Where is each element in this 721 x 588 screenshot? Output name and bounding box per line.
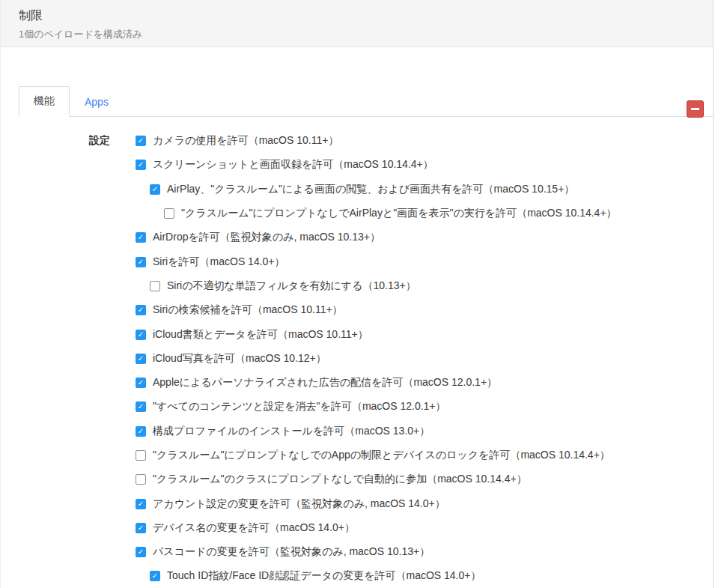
restriction-label: Siriを許可（macOS 14.0+） (153, 255, 285, 269)
restriction-row[interactable]: ✓構成プロファイルのインストールを許可（macOS 13.0+） (1, 419, 713, 443)
restriction-row[interactable]: "クラスルーム"のクラスにプロンプトなしで自動的に参加（macOS 10.14.… (1, 467, 713, 491)
restriction-label: "クラスルーム"のクラスにプロンプトなしで自動的に参加（macOS 10.14.… (153, 473, 527, 486)
restriction-label: アカウント設定の変更を許可（監視対象のみ, macOS 14.0+） (153, 497, 445, 511)
checkbox-checked[interactable]: ✓ (136, 547, 146, 557)
restriction-label: Siriの不適切な単語フィルタを有効にする（10.13+） (167, 279, 416, 293)
checkbox-checked[interactable]: ✓ (150, 184, 160, 195)
checkbox-checked[interactable]: ✓ (136, 354, 146, 364)
restriction-label: AirDropを許可（監視対象のみ, macOS 10.13+） (153, 231, 380, 244)
restriction-label: パスコードの変更を許可（監視対象のみ, macOS 10.13+） (153, 545, 430, 559)
checkbox-checked[interactable]: ✓ (136, 426, 146, 437)
checkbox-unchecked[interactable] (136, 450, 146, 461)
payload-header: 制限 1個のペイロードを構成済み (1, 0, 713, 47)
restriction-row[interactable]: ✓Touch ID指紋/Face ID顔認証データの変更を許可（macOS 14… (1, 564, 713, 588)
restriction-row[interactable]: ✓AirPlay、"クラスルーム"による画面の閲覧、および画面共有を許可（mac… (1, 178, 713, 201)
restriction-row[interactable]: ✓iCloud写真を許可（macOS 10.12+） (1, 347, 713, 371)
restriction-row[interactable]: Siriの不適切な単語フィルタを有効にする（10.13+） (1, 274, 713, 298)
payload-subtitle: 1個のペイロードを構成済み (19, 28, 695, 41)
checkbox-checked[interactable]: ✓ (136, 378, 146, 388)
restriction-row[interactable]: "クラスルーム"にプロンプトなしでのAppの制限とデバイスのロックを許可（mac… (1, 443, 713, 467)
restriction-row[interactable]: ✓デバイス名の変更を許可（macOS 14.0+） (1, 516, 713, 540)
restriction-label: 構成プロファイルのインストールを許可（macOS 13.0+） (153, 425, 430, 438)
restriction-row[interactable]: ✓Siriを許可（macOS 14.0+） (1, 249, 713, 273)
tab-bar: 機能Apps (19, 88, 713, 117)
settings-label: 設定 (89, 134, 110, 148)
tab-apps[interactable]: Apps (70, 88, 124, 117)
checkbox-checked[interactable]: ✓ (136, 523, 146, 533)
checkbox-checked[interactable]: ✓ (150, 571, 160, 581)
restriction-label: スクリーンショットと画面収録を許可（macOS 10.14.4+） (153, 158, 433, 172)
checkbox-checked[interactable]: ✓ (136, 330, 146, 340)
restriction-row[interactable]: ✓スクリーンショットと画面収録を許可（macOS 10.14.4+） (1, 153, 713, 177)
checkbox-checked[interactable]: ✓ (136, 160, 146, 170)
restriction-label: デバイス名の変更を許可（macOS 14.0+） (153, 521, 355, 535)
tab-features[interactable]: 機能 (19, 86, 70, 117)
payload-body: 機能Apps 設定 ✓カメラの使用を許可（macOS 10.11+）✓スクリーン… (1, 88, 713, 588)
checkbox-checked[interactable]: ✓ (136, 136, 146, 146)
restriction-label: "すべてのコンテンツと設定を消去"を許可（macOS 12.0.1+） (153, 400, 446, 413)
restriction-row[interactable]: ✓iCloud書類とデータを許可（macOS 10.11+） (1, 322, 713, 346)
restriction-label: Siriの検索候補を許可（macOS 10.11+） (153, 303, 343, 317)
checkbox-checked[interactable]: ✓ (136, 257, 146, 267)
checkbox-checked[interactable]: ✓ (136, 305, 146, 315)
restriction-label: iCloud書類とデータを許可（macOS 10.11+） (153, 328, 368, 342)
checkbox-checked[interactable]: ✓ (136, 499, 146, 509)
restriction-label: iCloud写真を許可（macOS 10.12+） (153, 352, 326, 366)
restriction-row[interactable]: ✓"すべてのコンテンツと設定を消去"を許可（macOS 12.0.1+） (1, 395, 713, 419)
payload-title: 制限 (19, 8, 695, 24)
restriction-row[interactable]: ✓アカウント設定の変更を許可（監視対象のみ, macOS 14.0+） (1, 491, 713, 515)
restriction-label: AirPlay、"クラスルーム"による画面の閲覧、および画面共有を許可（macO… (167, 183, 574, 196)
settings-section: 設定 ✓カメラの使用を許可（macOS 10.11+）✓スクリーンショットと画面… (1, 117, 713, 588)
restriction-label: "クラスルーム"にプロンプトなしでAirPlayと"画面を表示"の実行を許可（m… (181, 207, 617, 220)
restriction-row[interactable]: ✓AirDropを許可（監視対象のみ, macOS 10.13+） (1, 225, 713, 249)
checkbox-checked[interactable]: ✓ (136, 232, 146, 243)
restriction-row[interactable]: ✓Siriの検索候補を許可（macOS 10.11+） (1, 298, 713, 322)
restriction-label: "クラスルーム"にプロンプトなしでのAppの制限とデバイスのロックを許可（mac… (153, 449, 610, 462)
restriction-row[interactable]: "クラスルーム"にプロンプトなしでAirPlayと"画面を表示"の実行を許可（m… (1, 201, 713, 225)
minus-icon (691, 108, 699, 110)
restrictions-panel: 制限 1個のペイロードを構成済み 機能Apps 設定 ✓カメラの使用を許可（ma… (0, 0, 714, 588)
restriction-label: Touch ID指紋/Face ID顔認証データの変更を許可（macOS 14.… (167, 569, 481, 583)
restriction-row[interactable]: ✓Appleによるパーソナライズされた広告の配信を許可（macOS 12.0.1… (1, 371, 713, 395)
checkbox-checked[interactable]: ✓ (136, 401, 146, 412)
restrictions-list: ✓カメラの使用を許可（macOS 10.11+）✓スクリーンショットと画面収録を… (1, 117, 713, 588)
restriction-row[interactable]: ✓パスコードの変更を許可（監視対象のみ, macOS 10.13+） (1, 540, 713, 564)
remove-payload-button[interactable] (687, 100, 704, 118)
checkbox-unchecked[interactable] (136, 474, 146, 485)
restriction-label: Appleによるパーソナライズされた広告の配信を許可（macOS 12.0.1+… (153, 376, 497, 390)
restriction-label: カメラの使用を許可（macOS 10.11+） (153, 134, 338, 148)
checkbox-unchecked[interactable] (164, 208, 174, 219)
checkbox-unchecked[interactable] (150, 281, 160, 291)
